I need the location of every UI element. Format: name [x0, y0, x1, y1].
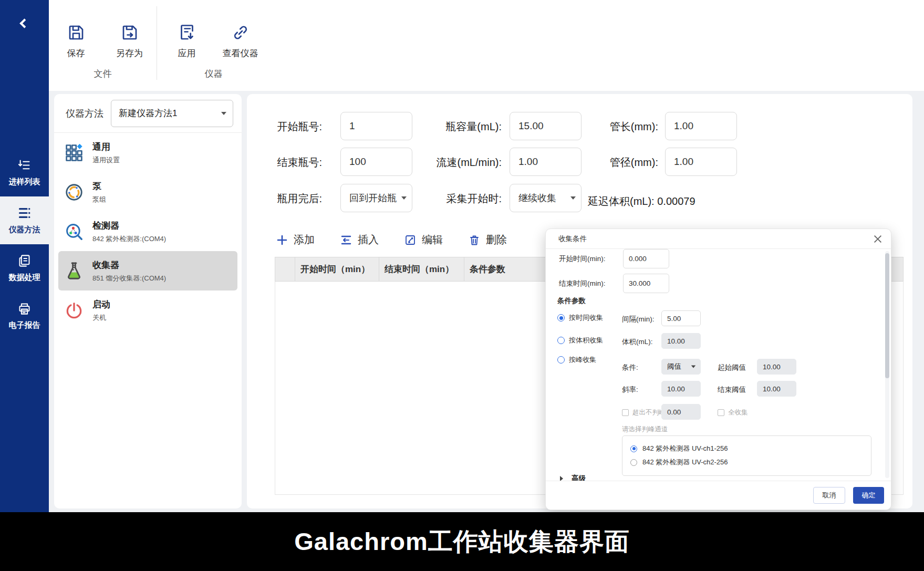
device-item-startup[interactable]: 启动 关机 — [58, 290, 237, 330]
power-icon — [64, 300, 84, 320]
sidebar-item-e-report[interactable]: 电子报告 — [0, 292, 49, 340]
tube-length-input[interactable]: 1.00 — [665, 112, 737, 140]
save-label: 保存 — [67, 47, 85, 59]
device-item-detector[interactable]: 检测器 842 紫外检测器:(COM4) — [58, 212, 237, 251]
device-subtitle: 泵组 — [92, 195, 106, 204]
condition-value: 阈值 — [667, 362, 681, 371]
on-start-select[interactable]: 继续收集 — [510, 184, 582, 212]
channel-1-label: 842 紫外检测器 UV-ch1-256 — [642, 444, 728, 453]
condition-label: 条件: — [622, 363, 638, 372]
segment-action-bar: 添加 插入 编辑 删除 — [276, 233, 507, 247]
end-threshold-input[interactable]: 10.00 — [757, 381, 796, 397]
cancel-button[interactable]: 取消 — [813, 487, 845, 504]
ribbon-group-file: 保存 另存为 文件 — [49, 0, 157, 91]
edit-button[interactable]: 编辑 — [404, 233, 443, 247]
collect-all-checkbox[interactable]: 全收集 — [718, 408, 748, 417]
edit-label: 编辑 — [422, 233, 443, 247]
apply-icon — [178, 23, 196, 42]
radio-icon — [557, 356, 565, 364]
method-panel: 仪器方法 新建仪器方法1 通用 通用设置 泵 泵组 — [54, 94, 242, 508]
start-threshold-label: 起始阈值 — [718, 363, 746, 372]
chevron-left-icon — [19, 18, 29, 28]
dialog-scrollbar[interactable] — [885, 251, 889, 478]
ribbon-group-label-file: 文件 — [94, 68, 112, 80]
mode-by-time-radio[interactable]: 按时间收集 — [557, 313, 603, 323]
chevron-down-icon — [691, 365, 696, 368]
no-peak-checkbox[interactable]: 超出不判峰 — [622, 408, 666, 417]
interval-input[interactable]: 5.00 — [661, 310, 701, 326]
bottle-volume-label: 瓶容量(mL): — [389, 120, 502, 134]
on-start-label: 采集开始时: — [389, 192, 502, 206]
dialog-end-time-input[interactable]: 30.000 — [623, 274, 669, 293]
volume-input[interactable]: 10.00 — [661, 333, 701, 349]
method-select[interactable]: 新建仪器方法1 — [111, 100, 233, 127]
dialog-start-time-label: 开始时间(min): — [559, 254, 606, 264]
slope-input[interactable]: 10.00 — [661, 381, 701, 397]
method-select-value: 新建仪器方法1 — [119, 107, 177, 119]
save-as-button[interactable]: 另存为 — [107, 23, 153, 59]
ribbon-group-label-instrument: 仪器 — [205, 68, 223, 80]
table-header-start-time: 开始时间（min） — [295, 257, 379, 281]
mode-by-peak-label: 按峰收集 — [569, 355, 596, 365]
save-button[interactable]: 保存 — [53, 23, 99, 59]
tube-diameter-input[interactable]: 1.00 — [665, 148, 737, 176]
sidebar-item-label: 仪器方法 — [9, 225, 40, 235]
end-bottle-label: 结束瓶号: — [247, 155, 322, 170]
no-peak-input[interactable]: 0.00 — [661, 404, 701, 420]
collection-condition-dialog: 收集条件 开始时间(min): 0.000 结束时间(min): 30.000 … — [545, 229, 891, 510]
tube-length-label: 管长(mm): — [552, 120, 658, 134]
insert-button[interactable]: 插入 — [340, 233, 379, 247]
channel-option-2[interactable]: 842 紫外检测器 UV-ch2-256 — [630, 455, 871, 469]
channel-2-label: 842 紫外检测器 UV-ch2-256 — [642, 458, 728, 467]
dialog-start-time-input[interactable]: 0.000 — [623, 249, 669, 268]
sidebar: 进样列表 仪器方法 数据处理 电子报告 — [0, 0, 49, 512]
condition-params-heading: 条件参数 — [557, 296, 586, 306]
edit-icon — [404, 234, 417, 246]
device-subtitle: 通用设置 — [92, 155, 120, 165]
save-icon — [67, 23, 86, 42]
delay-volume-label: 延迟体积(mL): — [588, 195, 655, 207]
mode-by-volume-radio[interactable]: 按体积收集 — [557, 336, 603, 345]
condition-select[interactable]: 阈值 — [661, 359, 701, 375]
link-icon — [231, 23, 250, 42]
dialog-end-time-label: 结束时间(min): — [559, 279, 606, 288]
device-subtitle: 关机 — [92, 313, 110, 323]
slope-label: 斜率: — [622, 385, 638, 394]
mode-by-peak-radio[interactable]: 按峰收集 — [557, 355, 596, 365]
interval-label: 间隔(min): — [622, 315, 655, 324]
scrollbar-thumb[interactable] — [885, 253, 889, 378]
channel-prompt: 请选择判峰通道 — [622, 425, 668, 434]
add-button[interactable]: 添加 — [276, 233, 315, 247]
instrument-method-icon — [17, 206, 32, 220]
device-item-pump[interactable]: 泵 泵组 — [58, 172, 237, 212]
device-title: 检测器 — [92, 220, 166, 232]
radio-icon — [630, 459, 637, 466]
device-title: 泵 — [92, 180, 106, 192]
sidebar-item-data-processing[interactable]: 数据处理 — [0, 244, 49, 292]
sidebar-item-instrument-method[interactable]: 仪器方法 — [0, 196, 49, 244]
device-title: 通用 — [92, 141, 120, 153]
apply-button[interactable]: 应用 — [164, 23, 210, 59]
close-icon[interactable] — [873, 234, 883, 244]
device-item-general[interactable]: 通用 通用设置 — [58, 133, 237, 172]
save-as-icon — [120, 23, 139, 42]
view-instrument-button[interactable]: 查看仪器 — [217, 23, 264, 59]
dialog-title: 收集条件 — [546, 229, 891, 249]
device-subtitle: 842 紫外检测器:(COM4) — [92, 234, 166, 244]
ok-button[interactable]: 确定 — [853, 487, 884, 504]
delete-button[interactable]: 删除 — [468, 233, 507, 247]
general-grid-icon — [64, 143, 84, 163]
channel-option-1[interactable]: 842 紫外检测器 UV-ch1-256 — [630, 442, 871, 455]
sidebar-item-sample-list[interactable]: 进样列表 — [0, 149, 49, 196]
device-item-collector[interactable]: 收集器 851 馏分收集器:(COM4) — [58, 251, 237, 290]
checkbox-icon — [718, 409, 724, 416]
data-processing-icon — [17, 254, 32, 268]
ribbon-group-instrument: 应用 查看仪器 仪器 — [157, 0, 270, 91]
back-button[interactable] — [0, 13, 49, 34]
dialog-footer: 取消 确定 — [546, 481, 891, 510]
detector-icon — [64, 222, 84, 242]
table-header-end-time: 结束时间（min） — [379, 257, 464, 281]
start-threshold-input[interactable]: 10.00 — [757, 359, 796, 375]
insert-label: 插入 — [358, 233, 379, 247]
ribbon-toolbar: 保存 另存为 文件 应用 查看仪器 仪器 — [49, 0, 924, 91]
